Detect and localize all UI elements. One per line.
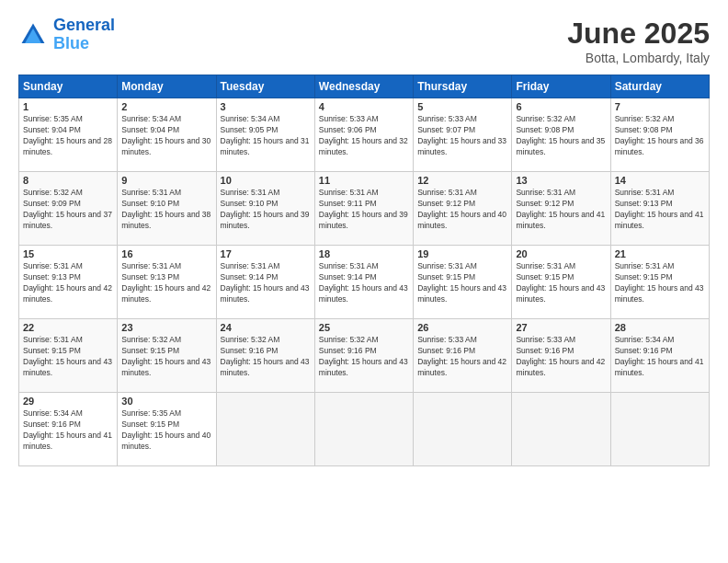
day-number: 13 (516, 175, 606, 186)
day-number: 22 (23, 322, 113, 333)
calendar-cell: 18 Sunrise: 5:31 AMSunset: 9:14 PMDaylig… (314, 246, 413, 319)
logo: General Blue (18, 17, 115, 53)
day-info: Sunrise: 5:31 AMSunset: 9:12 PMDaylight:… (516, 188, 606, 232)
day-info: Sunrise: 5:33 AMSunset: 9:16 PMDaylight:… (417, 335, 507, 379)
calendar-table: Sunday Monday Tuesday Wednesday Thursday… (18, 75, 710, 466)
day-number: 16 (121, 248, 211, 259)
calendar-cell: 6 Sunrise: 5:32 AMSunset: 9:08 PMDayligh… (512, 98, 610, 172)
calendar-cell: 2 Sunrise: 5:34 AMSunset: 9:04 PMDayligh… (118, 98, 216, 172)
day-info: Sunrise: 5:31 AMSunset: 9:14 PMDaylight:… (319, 261, 409, 305)
day-number: 24 (221, 322, 311, 333)
day-info: Sunrise: 5:33 AMSunset: 9:07 PMDaylight:… (417, 114, 507, 158)
logo-text: General Blue (53, 17, 115, 53)
col-friday: Friday (512, 75, 610, 98)
calendar-row: 8 Sunrise: 5:32 AMSunset: 9:09 PMDayligh… (19, 172, 710, 246)
day-info: Sunrise: 5:32 AMSunset: 9:09 PMDaylight:… (23, 188, 113, 232)
calendar-cell: 25 Sunrise: 5:32 AMSunset: 9:16 PMDaylig… (314, 319, 413, 393)
day-info: Sunrise: 5:35 AMSunset: 9:15 PMDaylight:… (121, 408, 211, 453)
header: General Blue June 2025 Botta, Lombardy, … (18, 17, 710, 65)
calendar-cell (512, 393, 610, 466)
day-number: 18 (319, 248, 409, 259)
calendar-cell: 21 Sunrise: 5:31 AMSunset: 9:15 PMDaylig… (610, 246, 709, 319)
day-info: Sunrise: 5:32 AMSunset: 9:08 PMDaylight:… (615, 114, 705, 158)
title-block: June 2025 Botta, Lombardy, Italy (567, 17, 710, 65)
calendar-cell: 11 Sunrise: 5:31 AMSunset: 9:11 PMDaylig… (314, 172, 413, 246)
day-number: 8 (23, 175, 113, 186)
calendar-cell (610, 393, 709, 466)
day-number: 28 (615, 322, 705, 333)
calendar-cell: 15 Sunrise: 5:31 AMSunset: 9:13 PMDaylig… (19, 246, 118, 319)
day-info: Sunrise: 5:31 AMSunset: 9:10 PMDaylight:… (221, 188, 311, 232)
calendar-cell: 27 Sunrise: 5:33 AMSunset: 9:16 PMDaylig… (512, 319, 610, 393)
calendar-title: June 2025 (567, 17, 710, 51)
day-info: Sunrise: 5:33 AMSunset: 9:06 PMDaylight:… (319, 114, 409, 158)
day-info: Sunrise: 5:34 AMSunset: 9:16 PMDaylight:… (615, 335, 705, 379)
day-number: 4 (319, 101, 409, 112)
day-info: Sunrise: 5:34 AMSunset: 9:16 PMDaylight:… (23, 408, 113, 453)
calendar-cell: 8 Sunrise: 5:32 AMSunset: 9:09 PMDayligh… (19, 172, 118, 246)
day-info: Sunrise: 5:31 AMSunset: 9:11 PMDaylight:… (319, 188, 409, 232)
day-number: 26 (417, 322, 507, 333)
day-number: 15 (23, 248, 113, 259)
day-number: 20 (516, 248, 606, 259)
day-info: Sunrise: 5:31 AMSunset: 9:14 PMDaylight:… (221, 261, 311, 305)
calendar-cell: 19 Sunrise: 5:31 AMSunset: 9:15 PMDaylig… (414, 246, 512, 319)
day-number: 27 (516, 322, 606, 333)
day-info: Sunrise: 5:34 AMSunset: 9:05 PMDaylight:… (221, 114, 311, 158)
calendar-cell: 10 Sunrise: 5:31 AMSunset: 9:10 PMDaylig… (216, 172, 314, 246)
col-thursday: Thursday (414, 75, 512, 98)
day-number: 7 (615, 101, 705, 112)
day-number: 5 (417, 101, 507, 112)
day-info: Sunrise: 5:31 AMSunset: 9:15 PMDaylight:… (417, 261, 507, 305)
calendar-cell (414, 393, 512, 466)
day-info: Sunrise: 5:32 AMSunset: 9:16 PMDaylight:… (319, 335, 409, 379)
day-number: 21 (615, 248, 705, 259)
day-info: Sunrise: 5:31 AMSunset: 9:15 PMDaylight:… (23, 335, 113, 379)
day-info: Sunrise: 5:32 AMSunset: 9:08 PMDaylight:… (516, 114, 606, 158)
day-number: 9 (121, 175, 211, 186)
header-row: Sunday Monday Tuesday Wednesday Thursday… (19, 75, 710, 98)
col-sunday: Sunday (19, 75, 118, 98)
calendar-row: 15 Sunrise: 5:31 AMSunset: 9:13 PMDaylig… (19, 246, 710, 319)
day-number: 1 (23, 101, 113, 112)
col-monday: Monday (118, 75, 216, 98)
day-info: Sunrise: 5:32 AMSunset: 9:16 PMDaylight:… (221, 335, 311, 379)
calendar-cell: 7 Sunrise: 5:32 AMSunset: 9:08 PMDayligh… (610, 98, 709, 172)
day-number: 11 (319, 175, 409, 186)
calendar-cell: 22 Sunrise: 5:31 AMSunset: 9:15 PMDaylig… (19, 319, 118, 393)
calendar-cell: 9 Sunrise: 5:31 AMSunset: 9:10 PMDayligh… (118, 172, 216, 246)
col-saturday: Saturday (610, 75, 709, 98)
calendar-cell: 28 Sunrise: 5:34 AMSunset: 9:16 PMDaylig… (610, 319, 709, 393)
calendar-cell: 3 Sunrise: 5:34 AMSunset: 9:05 PMDayligh… (216, 98, 314, 172)
calendar-cell: 30 Sunrise: 5:35 AMSunset: 9:15 PMDaylig… (118, 393, 216, 466)
day-number: 25 (319, 322, 409, 333)
logo-icon (18, 20, 48, 50)
calendar-cell (216, 393, 314, 466)
calendar-row: 1 Sunrise: 5:35 AMSunset: 9:04 PMDayligh… (19, 98, 710, 172)
day-number: 14 (615, 175, 705, 186)
day-info: Sunrise: 5:31 AMSunset: 9:13 PMDaylight:… (615, 188, 705, 232)
calendar-cell: 20 Sunrise: 5:31 AMSunset: 9:15 PMDaylig… (512, 246, 610, 319)
day-info: Sunrise: 5:33 AMSunset: 9:16 PMDaylight:… (516, 335, 606, 379)
calendar-row: 29 Sunrise: 5:34 AMSunset: 9:16 PMDaylig… (19, 393, 710, 466)
calendar-cell: 5 Sunrise: 5:33 AMSunset: 9:07 PMDayligh… (414, 98, 512, 172)
day-number: 30 (121, 396, 211, 407)
day-number: 17 (221, 248, 311, 259)
day-number: 12 (417, 175, 507, 186)
calendar-cell: 4 Sunrise: 5:33 AMSunset: 9:06 PMDayligh… (314, 98, 413, 172)
day-number: 6 (516, 101, 606, 112)
calendar-cell: 26 Sunrise: 5:33 AMSunset: 9:16 PMDaylig… (414, 319, 512, 393)
calendar-cell: 29 Sunrise: 5:34 AMSunset: 9:16 PMDaylig… (19, 393, 118, 466)
calendar-page: General Blue June 2025 Botta, Lombardy, … (0, 0, 728, 563)
calendar-cell: 1 Sunrise: 5:35 AMSunset: 9:04 PMDayligh… (19, 98, 118, 172)
calendar-cell: 23 Sunrise: 5:32 AMSunset: 9:15 PMDaylig… (118, 319, 216, 393)
day-info: Sunrise: 5:32 AMSunset: 9:15 PMDaylight:… (121, 335, 211, 379)
calendar-cell: 13 Sunrise: 5:31 AMSunset: 9:12 PMDaylig… (512, 172, 610, 246)
day-info: Sunrise: 5:34 AMSunset: 9:04 PMDaylight:… (121, 114, 211, 158)
day-info: Sunrise: 5:31 AMSunset: 9:15 PMDaylight:… (615, 261, 705, 305)
day-number: 29 (23, 396, 113, 407)
calendar-cell: 16 Sunrise: 5:31 AMSunset: 9:13 PMDaylig… (118, 246, 216, 319)
day-number: 23 (121, 322, 211, 333)
calendar-subtitle: Botta, Lombardy, Italy (567, 51, 710, 65)
day-info: Sunrise: 5:31 AMSunset: 9:13 PMDaylight:… (121, 261, 211, 305)
